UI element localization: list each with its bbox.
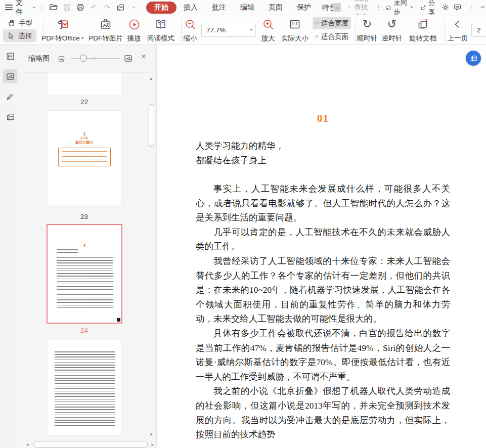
- scroll-left-button[interactable]: ◄: [25, 442, 29, 447]
- pdf-to-image-button[interactable]: PDF转图片: [86, 17, 125, 43]
- thumbnail-corner-handle: [117, 318, 120, 322]
- rotate-document-icon: [416, 17, 429, 31]
- horizontal-scrollbar-thumb[interactable]: [33, 441, 148, 447]
- redo-icon: ↷: [104, 4, 110, 11]
- sync-label: 未同步: [394, 0, 408, 17]
- outline-panel-button[interactable]: [3, 49, 17, 63]
- fit-page-button[interactable]: 适合页面: [313, 30, 351, 43]
- scroll-down-button[interactable]: ▼: [148, 432, 154, 437]
- vertical-scrollbar-thumb[interactable]: [149, 104, 154, 147]
- sidebar-rail: [0, 45, 20, 448]
- undo-button[interactable]: ↶: [87, 2, 100, 14]
- thumbnail-smaller-button[interactable]: [58, 55, 65, 63]
- print-button[interactable]: [74, 2, 86, 14]
- share-button[interactable]: 分享: [420, 0, 438, 17]
- printer-icon: [76, 3, 85, 12]
- rotate-counterclockwise-button[interactable]: ↺ 逆时针: [379, 17, 405, 43]
- pdf-to-office-button[interactable]: PDF转Office: [39, 17, 86, 43]
- search-more-button[interactable]: ⋮: [372, 4, 385, 11]
- actual-size-button[interactable]: 1:1 实际大小: [280, 17, 310, 43]
- zoom-level-combobox[interactable]: 77.7%: [201, 23, 256, 37]
- hand-tool-label: 手型: [19, 19, 32, 28]
- redo-button[interactable]: ↷: [101, 2, 113, 14]
- panel-title: 缩略图: [28, 54, 50, 63]
- scroll-right-button[interactable]: ►: [151, 442, 155, 447]
- sync-status-button[interactable]: 未同步: [385, 0, 413, 17]
- mini-section-number: ▮: [48, 243, 121, 247]
- tab-page[interactable]: 页面: [261, 2, 290, 14]
- hand-tool-button[interactable]: 手型: [3, 17, 36, 29]
- thumbnail-page-25[interactable]: [47, 340, 121, 436]
- scroll-up-button[interactable]: ▲: [148, 76, 154, 81]
- chevron-left-icon: [453, 17, 463, 31]
- open-file-button[interactable]: [47, 2, 60, 14]
- cloud-sync-icon: [385, 4, 392, 12]
- tab-edit[interactable]: 编辑: [233, 2, 261, 14]
- feedback-button[interactable]: [453, 2, 463, 14]
- zoom-in-label: 放大: [261, 34, 275, 43]
- tab-protect[interactable]: 保护: [290, 2, 318, 14]
- hand-icon: [7, 19, 16, 27]
- tab-special[interactable]: 特色: [318, 2, 333, 14]
- zoom-dropdown-button[interactable]: [247, 29, 255, 31]
- play-icon: [128, 17, 141, 31]
- zoom-level-value: 77.7%: [202, 26, 247, 34]
- slider-handle[interactable]: [80, 55, 87, 62]
- read-mode-button[interactable]: 阅读模式: [145, 17, 177, 43]
- file-menu-button[interactable]: 文件: [5, 0, 36, 17]
- cursor-icon: [7, 32, 15, 40]
- thumbnail-larger-button[interactable]: [123, 54, 133, 63]
- rotate-document-button[interactable]: 旋转文档: [406, 17, 440, 43]
- close-panel-button[interactable]: ×: [141, 52, 146, 62]
- page-number-input[interactable]: [471, 23, 486, 37]
- save-button[interactable]: [61, 2, 73, 14]
- zoom-in-button[interactable]: 放大: [260, 17, 276, 43]
- previous-page-label: 上一页: [448, 34, 468, 43]
- chapter-intro-box: [58, 148, 111, 166]
- pdf-to-word-floating-button[interactable]: [466, 51, 481, 66]
- zoom-out-button[interactable]: 缩小: [182, 17, 198, 43]
- toolbar: 手型 选择 PDF转Office PDF转图片 播放: [0, 15, 486, 45]
- thumbnail-size-slider[interactable]: [71, 58, 119, 59]
- document-viewport[interactable]: 01 人类学习能力的精华， 都凝结在孩子身上 事实上，人工智能未来会发展成什么样…: [157, 45, 486, 448]
- divider: [41, 4, 42, 12]
- rotate-clockwise-button[interactable]: ↻ 顺时针: [355, 17, 380, 43]
- tab-insert[interactable]: 插入: [176, 2, 205, 14]
- more-options-button[interactable]: ⋮: [465, 4, 477, 11]
- image-large-icon: [123, 54, 133, 63]
- section-subtitle: 人类学习能力的精华， 都凝结在孩子身上: [196, 139, 450, 168]
- thumbnails-panel-button[interactable]: [3, 69, 17, 83]
- tab-comment[interactable]: 批注: [205, 2, 233, 14]
- image-small-icon: [58, 55, 65, 63]
- mini-text: [57, 249, 78, 254]
- thumbnail-label-24: 24: [47, 327, 121, 334]
- dots-vertical-icon: ⋮: [468, 4, 474, 11]
- play-button[interactable]: 播放: [125, 17, 143, 43]
- settings-button[interactable]: [440, 2, 451, 14]
- thumbnail-page-23[interactable]: 第1章 激活大脑力: [47, 110, 121, 205]
- convert-panel-button[interactable]: [3, 110, 17, 124]
- tab-overflow-button[interactable]: ›: [333, 3, 341, 12]
- save-as-button[interactable]: [114, 2, 127, 14]
- annotation-panel-button[interactable]: [3, 89, 17, 104]
- zoom-out-icon: [184, 17, 197, 31]
- thumbnail-page-22[interactable]: [47, 72, 121, 96]
- scroll-down-icon: ▼: [149, 432, 153, 437]
- paragraph: 具体有多少工作会被取代还说不清，白宫的报告给出的数字是当前工作的47%，麦肯锡的…: [196, 326, 450, 384]
- read-mode-label: 阅读模式: [147, 34, 174, 43]
- rotate-clockwise-icon: ↻: [363, 17, 372, 31]
- thumbnail-page-24[interactable]: ▮: [47, 224, 122, 324]
- tab-home[interactable]: 开始: [146, 2, 176, 14]
- paragraph: 事实上，人工智能未来会发展成什么样，可能很多人不关心，或者说只看看电影就够了。但…: [196, 182, 450, 225]
- collapse-toolbar-button[interactable]: [479, 2, 486, 14]
- select-tool-button[interactable]: 选择: [3, 29, 36, 42]
- fit-width-button[interactable]: 适合宽度: [313, 17, 351, 29]
- chevron-down-icon: [32, 5, 36, 10]
- gear-icon: [441, 3, 450, 12]
- previous-page-button[interactable]: 上一页: [447, 17, 468, 43]
- quick-access-dropdown[interactable]: [127, 2, 140, 14]
- thumbnail-label-22: 22: [47, 98, 121, 106]
- pdf-to-office-icon: [56, 17, 69, 31]
- thumbnail-panel: 缩略图 × 22 第1章 激活大脑力 23: [20, 45, 157, 448]
- divider: [181, 19, 182, 41]
